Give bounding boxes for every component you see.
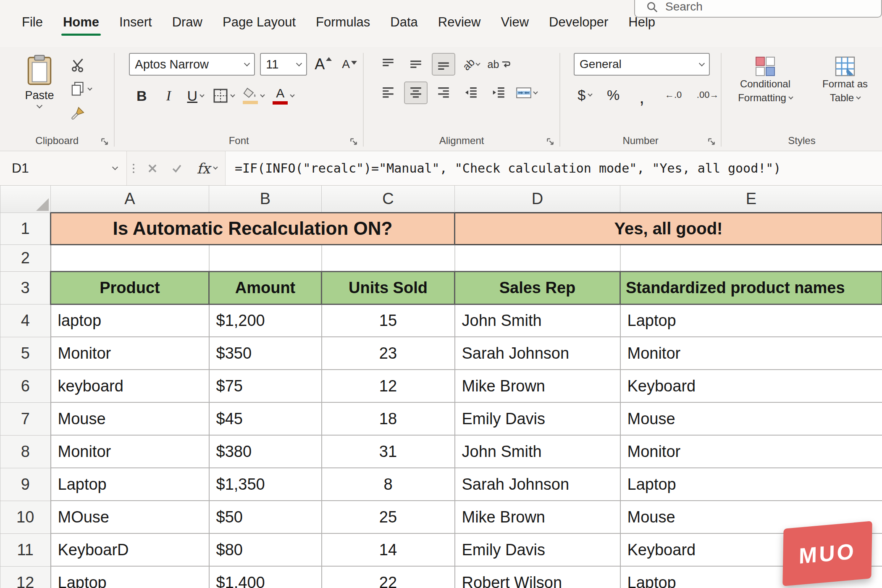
cell-amount[interactable]: $350 bbox=[209, 337, 322, 370]
cell-standardized[interactable]: Mouse bbox=[620, 402, 882, 435]
decrease-decimal-button[interactable]: .00→ bbox=[696, 83, 720, 107]
align-center-button[interactable] bbox=[404, 81, 428, 104]
tab-review[interactable]: Review bbox=[428, 8, 491, 39]
header-cell-amount[interactable]: Amount bbox=[209, 271, 322, 304]
comma-style-button[interactable]: , bbox=[633, 83, 651, 107]
font-name-select[interactable]: Aptos Narrow bbox=[129, 53, 255, 76]
tab-view[interactable]: View bbox=[491, 8, 539, 39]
empty-cell[interactable] bbox=[620, 244, 882, 271]
increase-indent-button[interactable] bbox=[487, 81, 511, 104]
cancel-button[interactable] bbox=[140, 151, 165, 185]
cell-product[interactable]: Monitor bbox=[51, 435, 209, 468]
conditional-formatting-button[interactable]: Conditional Formatting bbox=[732, 56, 799, 104]
row-header-2[interactable]: 2 bbox=[0, 244, 51, 271]
cell-sales-rep[interactable]: Mike Brown bbox=[455, 370, 620, 402]
decrease-font-size-button[interactable]: A bbox=[339, 58, 360, 71]
row-header[interactable]: 9 bbox=[0, 468, 51, 501]
empty-cell[interactable] bbox=[51, 244, 209, 271]
cell-product[interactable]: keyboard bbox=[51, 370, 209, 402]
cell-standardized[interactable]: Laptop bbox=[620, 468, 882, 501]
cell-product[interactable]: Laptop bbox=[51, 468, 209, 501]
row-header[interactable]: 12 bbox=[0, 566, 51, 588]
enter-button[interactable] bbox=[165, 151, 189, 185]
cell-sales-rep[interactable]: Mike Brown bbox=[455, 501, 620, 533]
insert-function-button[interactable]: fx bbox=[189, 151, 225, 185]
font-color-button[interactable]: A bbox=[273, 84, 294, 108]
align-middle-button[interactable] bbox=[404, 53, 428, 76]
cell-units-sold[interactable]: 23 bbox=[322, 337, 455, 370]
clipboard-dialog-launcher[interactable] bbox=[100, 137, 110, 147]
cell-amount[interactable]: $1,400 bbox=[209, 566, 322, 588]
header-cell-sales-rep[interactable]: Sales Rep bbox=[455, 271, 620, 304]
cell-units-sold[interactable]: 18 bbox=[322, 402, 455, 435]
number-format-select[interactable]: General bbox=[574, 53, 710, 76]
orientation-button[interactable]: ab bbox=[459, 53, 483, 76]
row-header[interactable]: 4 bbox=[0, 304, 51, 337]
header-cell-product[interactable]: Product bbox=[51, 271, 209, 304]
cell-units-sold[interactable]: 22 bbox=[322, 566, 455, 588]
col-header-d[interactable]: D bbox=[455, 186, 620, 213]
format-as-table-button[interactable]: Format as Table bbox=[811, 56, 879, 104]
formula-input[interactable]: =IF(INFO("recalc")="Manual", "Check calc… bbox=[225, 151, 882, 185]
tab-file[interactable]: File bbox=[12, 8, 53, 39]
row-header[interactable]: 10 bbox=[0, 501, 51, 533]
row-header[interactable]: 5 bbox=[0, 337, 51, 370]
tab-formulas[interactable]: Formulas bbox=[306, 8, 380, 39]
cell-amount[interactable]: $80 bbox=[209, 533, 322, 566]
paste-button[interactable]: Paste bbox=[16, 53, 63, 123]
cell-amount[interactable]: $1,350 bbox=[209, 468, 322, 501]
cell-amount[interactable]: $380 bbox=[209, 435, 322, 468]
cell-sales-rep[interactable]: Robert Wilson bbox=[455, 566, 620, 588]
cell-units-sold[interactable]: 31 bbox=[322, 435, 455, 468]
cell-standardized[interactable]: Monitor bbox=[620, 337, 882, 370]
cell-amount[interactable]: $45 bbox=[209, 402, 322, 435]
header-cell-units[interactable]: Units Sold bbox=[322, 271, 455, 304]
row-header[interactable]: 7 bbox=[0, 402, 51, 435]
tab-home[interactable]: Home bbox=[53, 8, 109, 39]
cut-button[interactable] bbox=[71, 55, 92, 74]
cell-banner-right[interactable]: Yes, all good! bbox=[455, 213, 882, 244]
cell-units-sold[interactable]: 12 bbox=[322, 370, 455, 402]
cell-units-sold[interactable]: 15 bbox=[322, 304, 455, 337]
tab-insert[interactable]: Insert bbox=[109, 8, 162, 39]
merge-center-button[interactable] bbox=[515, 81, 538, 104]
underline-button[interactable]: U bbox=[186, 84, 205, 108]
col-header-e[interactable]: E bbox=[620, 186, 882, 213]
col-header-b[interactable]: B bbox=[209, 186, 322, 213]
align-top-button[interactable] bbox=[376, 53, 400, 76]
empty-cell[interactable] bbox=[455, 244, 620, 271]
italic-button[interactable]: I bbox=[159, 84, 178, 108]
row-header[interactable]: 6 bbox=[0, 370, 51, 402]
cell-standardized[interactable]: Keyboard bbox=[620, 370, 882, 402]
cell-banner-left[interactable]: Is Automatic Recalculation ON? bbox=[51, 213, 455, 244]
col-header-a[interactable]: A bbox=[51, 186, 209, 213]
empty-cell[interactable] bbox=[322, 244, 455, 271]
borders-button[interactable] bbox=[213, 84, 234, 108]
tab-data[interactable]: Data bbox=[380, 8, 428, 39]
wrap-text-button[interactable]: ab bbox=[487, 53, 511, 76]
copy-button[interactable] bbox=[71, 80, 92, 98]
cell-units-sold[interactable]: 14 bbox=[322, 533, 455, 566]
percent-style-button[interactable]: % bbox=[604, 83, 622, 107]
accounting-format-button[interactable]: $ bbox=[575, 83, 594, 107]
row-header-1[interactable]: 1 bbox=[0, 213, 51, 244]
font-size-select[interactable]: 11 bbox=[260, 53, 307, 76]
cell-amount[interactable]: $1,200 bbox=[209, 304, 322, 337]
alignment-dialog-launcher[interactable] bbox=[546, 137, 555, 147]
align-left-button[interactable] bbox=[376, 81, 400, 104]
select-all-button[interactable] bbox=[0, 186, 51, 213]
cell-units-sold[interactable]: 25 bbox=[322, 501, 455, 533]
row-header[interactable]: 11 bbox=[0, 533, 51, 566]
cell-product[interactable]: Mouse bbox=[51, 402, 209, 435]
cell-product[interactable]: laptop bbox=[51, 304, 209, 337]
cell-sales-rep[interactable]: John Smith bbox=[455, 435, 620, 468]
number-dialog-launcher[interactable] bbox=[707, 137, 717, 147]
align-right-button[interactable] bbox=[432, 81, 455, 104]
row-header[interactable]: 8 bbox=[0, 435, 51, 468]
align-bottom-button[interactable] bbox=[432, 53, 455, 76]
cell-product[interactable]: KeyboarD bbox=[51, 533, 209, 566]
col-header-c[interactable]: C bbox=[322, 186, 455, 213]
increase-decimal-button[interactable]: ←.0 bbox=[661, 83, 685, 107]
increase-font-size-button[interactable]: A bbox=[312, 55, 334, 73]
tab-page-layout[interactable]: Page Layout bbox=[213, 8, 306, 39]
